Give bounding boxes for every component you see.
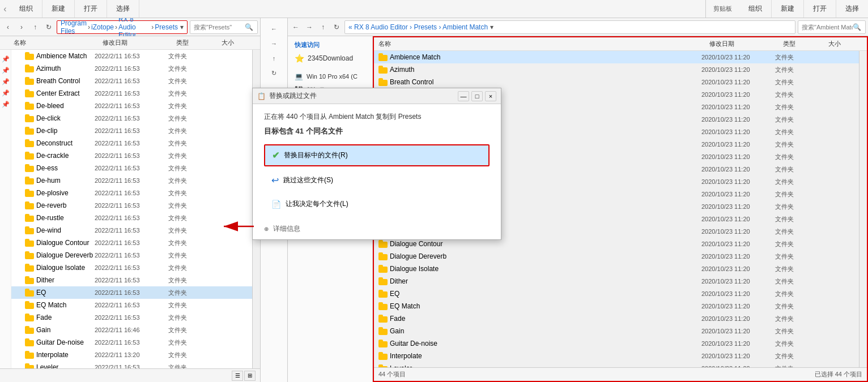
- left-col-name[interactable]: 名称: [14, 38, 103, 47]
- left-file-item[interactable]: De-plosive 2022/2/11 16:53 文件夹: [11, 187, 252, 199]
- left-file-item[interactable]: De-wind 2022/2/11 16:53 文件夹: [11, 224, 252, 237]
- file-date: 2020/10/23 11:20: [701, 216, 775, 222]
- left-file-item[interactable]: De-rustle 2022/2/11 16:53 文件夹: [11, 212, 252, 224]
- right-file-item[interactable]: Leveler 2020/10/23 11:20 文件夹: [374, 362, 859, 367]
- middle-up-btn[interactable]: ↑: [266, 52, 282, 65]
- refresh-btn[interactable]: ↻: [43, 22, 54, 33]
- forward-btn[interactable]: ›: [16, 22, 27, 33]
- right-back-btn[interactable]: ←: [290, 22, 301, 33]
- left-search-input[interactable]: [194, 24, 245, 31]
- left-file-item[interactable]: Center Extract 2022/2/11 16:53 文件夹: [11, 87, 252, 100]
- left-file-item[interactable]: De-ess 2022/2/11 16:53 文件夹: [11, 162, 252, 174]
- left-col-type[interactable]: 类型: [176, 38, 222, 47]
- file-date: 2020/10/23 11:20: [701, 153, 775, 160]
- left-clipboard-btn[interactable]: 组织: [15, 2, 37, 16]
- left-file-item[interactable]: De-reverb 2022/2/11 16:53 文件夹: [11, 199, 252, 212]
- left-file-item[interactable]: De-crackle 2022/2/11 16:53 文件夹: [11, 149, 252, 162]
- left-breadcrumb[interactable]: Program Files › iZotope › RX 8 Audio Edi…: [57, 20, 188, 34]
- right-file-item[interactable]: EQ Match 2020/10/23 11:20 文件夹: [374, 300, 859, 312]
- bc-dropdown[interactable]: ▾: [180, 23, 184, 31]
- right-search-box[interactable]: 🔍: [798, 20, 866, 34]
- left-search-box[interactable]: 🔍: [190, 20, 258, 34]
- middle-forward-btn[interactable]: →: [266, 37, 282, 50]
- right-file-item[interactable]: Fade 2020/10/23 11:20 文件夹: [374, 312, 859, 325]
- dialog-option-replace[interactable]: ✔ 替换目标中的文件(R): [264, 144, 490, 166]
- left-file-item[interactable]: Ambience Match 2022/2/11 16:53 文件夹: [11, 50, 252, 62]
- left-open-btn[interactable]: 选择: [112, 2, 134, 16]
- view-list-btn[interactable]: ☰: [232, 371, 243, 381]
- left-file-item[interactable]: Breath Control 2022/2/11 16:53 文件夹: [11, 75, 252, 87]
- left-file-item[interactable]: Fade 2022/2/11 16:53 文件夹: [11, 311, 252, 324]
- file-name: Fade: [390, 315, 701, 323]
- dialog-close-btn[interactable]: ×: [485, 91, 496, 101]
- left-file-item[interactable]: EQ Match 2022/2/11 16:53 文件夹: [11, 299, 252, 311]
- file-copy-dialog[interactable]: 📋 替换或跳过文件 — □ × 正在将 440 个项目从 Ambient Mat…: [252, 88, 501, 240]
- left-new-btn[interactable]: 打开: [79, 2, 102, 16]
- right-file-item[interactable]: Interpolate 2020/10/23 11:20 文件夹: [374, 350, 859, 362]
- right-file-item[interactable]: Dither 2020/10/23 11:20 文件夹: [374, 275, 859, 287]
- right-forward-btn[interactable]: →: [304, 22, 315, 33]
- middle-refresh-btn[interactable]: ↻: [266, 67, 282, 79]
- left-col-size[interactable]: 大小: [222, 38, 256, 47]
- right-scrollbar[interactable]: [859, 51, 867, 367]
- left-file-item[interactable]: Dialogue Dereverb 2022/2/11 16:53 文件夹: [11, 249, 252, 261]
- left-col-date[interactable]: 修改日期: [103, 38, 176, 47]
- right-file-item[interactable]: Ambience Match 2020/10/23 11:20 文件夹: [374, 51, 859, 63]
- middle-back-btn[interactable]: ←: [266, 23, 282, 35]
- left-file-item[interactable]: Azimuth 2022/2/11 16:53 文件夹: [11, 62, 252, 75]
- left-file-item[interactable]: Dialogue Isolate 2022/2/11 16:53 文件夹: [11, 261, 252, 274]
- pin-btn-2[interactable]: 📌: [1, 66, 10, 75]
- left-file-item[interactable]: EQ 2022/2/11 16:53 文件夹: [11, 286, 252, 299]
- left-file-item[interactable]: Dither 2022/2/11 16:53 文件夹: [11, 274, 252, 286]
- right-new-btn[interactable]: 新建: [776, 2, 799, 16]
- left-file-item[interactable]: Guitar De-noise 2022/2/11 16:53 文件夹: [11, 336, 252, 349]
- left-file-item[interactable]: De-clip 2022/2/11 16:53 文件夹: [11, 125, 252, 137]
- right-select-btn[interactable]: 选择: [841, 2, 863, 16]
- file-name: De-ess: [36, 164, 95, 172]
- right-file-item[interactable]: Guitar De-noise 2020/10/23 11:20 文件夹: [374, 337, 859, 350]
- left-file-item[interactable]: De-click 2022/2/11 16:53 文件夹: [11, 112, 252, 125]
- right-file-item[interactable]: Gain 2020/10/23 11:20 文件夹: [374, 325, 859, 337]
- folder-icon: [25, 114, 34, 122]
- left-nav-back[interactable]: ‹: [0, 4, 10, 14]
- right-file-item[interactable]: Dialogue Dereverb 2020/10/23 11:20 文件夹: [374, 250, 859, 263]
- dialog-footer[interactable]: ⊕ 详细信息: [253, 222, 501, 239]
- left-file-item[interactable]: Deconstruct 2022/2/11 16:53 文件夹: [11, 137, 252, 149]
- left-file-item[interactable]: Interpolate 2022/2/11 13:20 文件夹: [11, 349, 252, 361]
- dialog-minimize-btn[interactable]: —: [458, 91, 469, 101]
- view-grid-btn[interactable]: ⊞: [244, 371, 256, 381]
- right-col-type[interactable]: 类型: [783, 40, 828, 48]
- dialog-option-decide[interactable]: 📄 让我决定每个文件(L): [264, 194, 490, 214]
- left-file-item[interactable]: Leveler 2022/2/11 16:53 文件夹: [11, 361, 252, 368]
- left-file-item[interactable]: De-bleed 2022/2/11 16:53 文件夹: [11, 100, 252, 112]
- left-organize-btn[interactable]: 新建: [47, 2, 70, 16]
- pin-btn-4[interactable]: 📌: [1, 88, 10, 97]
- dialog-option-skip[interactable]: ↩ 跳过这些文件(S): [264, 170, 490, 191]
- right-org-btn[interactable]: 组织: [744, 2, 767, 16]
- file-name: De-bleed: [36, 102, 95, 110]
- right-open-btn[interactable]: 打开: [809, 2, 831, 16]
- left-file-item[interactable]: Gain 2022/2/11 16:46 文件夹: [11, 324, 252, 336]
- left-file-item[interactable]: Dialogue Contour 2022/2/11 16:53 文件夹: [11, 237, 252, 249]
- right-col-date[interactable]: 修改日期: [709, 40, 783, 48]
- qa-2345download[interactable]: ⭐ 2345Download: [288, 51, 372, 65]
- pin-btn-1[interactable]: 📌: [1, 54, 10, 63]
- pin-btn-3[interactable]: 📌: [1, 77, 10, 86]
- right-col-name[interactable]: 名称: [378, 40, 709, 48]
- back-btn[interactable]: ‹: [2, 22, 14, 33]
- up-btn[interactable]: ↑: [29, 22, 41, 33]
- right-col-size[interactable]: 大小: [828, 40, 862, 48]
- right-file-item[interactable]: Azimuth 2020/10/23 11:20 文件夹: [374, 63, 859, 76]
- qa-win10-drive[interactable]: 💻 Win 10 Pro x64 (C: [288, 70, 372, 83]
- right-up-btn[interactable]: ↑: [317, 22, 329, 33]
- left-file-item[interactable]: De-hum 2022/2/11 16:53 文件夹: [11, 174, 252, 187]
- right-refresh-btn[interactable]: ↻: [331, 22, 342, 33]
- right-file-item[interactable]: Dialogue Isolate 2020/10/23 11:20 文件夹: [374, 263, 859, 275]
- right-file-item[interactable]: EQ 2020/10/23 11:20 文件夹: [374, 287, 859, 300]
- right-bc-dropdown[interactable]: ▾: [490, 23, 493, 31]
- pin-btn-5[interactable]: 📌: [1, 100, 10, 109]
- right-file-item[interactable]: Breath Control 2020/10/23 11:20 文件夹: [374, 76, 859, 88]
- dialog-maximize-btn[interactable]: □: [471, 91, 483, 101]
- right-breadcrumb[interactable]: « RX 8 Audio Editor › Presets › Ambient …: [344, 20, 795, 34]
- right-search-input[interactable]: [802, 24, 853, 31]
